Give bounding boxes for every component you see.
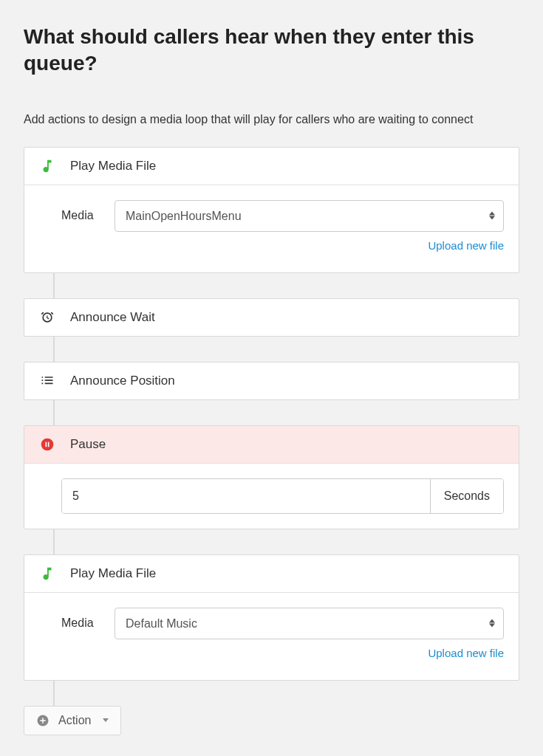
- action-header[interactable]: Announce Wait: [24, 299, 519, 336]
- media-label: Media: [61, 608, 98, 630]
- chevron-down-icon: [103, 718, 109, 722]
- connector-line: [53, 529, 55, 554]
- music-note-icon: [39, 158, 55, 174]
- media-label: Media: [61, 200, 98, 222]
- action-card-play-media: Play Media File Media Default Music Uplo…: [24, 554, 519, 681]
- action-card-play-media: Play Media File Media MainOpenHoursMenu …: [24, 147, 519, 273]
- media-select[interactable]: Default Music: [115, 608, 504, 639]
- action-title: Announce Wait: [70, 310, 155, 325]
- add-action-button[interactable]: Action: [24, 706, 121, 735]
- upload-new-file-link[interactable]: Upload new file: [115, 239, 504, 252]
- action-list: Play Media File Media MainOpenHoursMenu …: [24, 147, 519, 735]
- action-title: Play Media File: [70, 159, 156, 173]
- pause-duration-input[interactable]: [62, 479, 430, 513]
- media-select[interactable]: MainOpenHoursMenu: [115, 200, 504, 232]
- connector-line: [53, 400, 55, 425]
- action-header[interactable]: Play Media File: [24, 148, 519, 185]
- add-action-label: Action: [58, 714, 91, 727]
- plus-circle-icon: [36, 714, 49, 727]
- action-card-announce-wait: Announce Wait: [24, 298, 519, 337]
- action-body: Media Default Music Upload new file: [24, 592, 519, 680]
- connector-line: [53, 337, 55, 362]
- pause-unit-label: Seconds: [430, 479, 503, 513]
- action-header[interactable]: Announce Position: [24, 362, 519, 399]
- action-header[interactable]: Play Media File: [24, 555, 519, 592]
- pause-icon: [39, 436, 55, 453]
- svg-rect-2: [48, 441, 49, 447]
- svg-point-0: [41, 438, 54, 450]
- alarm-clock-icon: [39, 309, 55, 326]
- action-body: Seconds: [24, 463, 519, 529]
- page-title: What should callers hear when they enter…: [24, 24, 519, 78]
- action-title: Announce Position: [70, 374, 175, 388]
- upload-new-file-link[interactable]: Upload new file: [115, 647, 504, 659]
- page-subtitle: Add actions to design a media loop that …: [24, 113, 519, 126]
- action-card-announce-position: Announce Position: [24, 362, 519, 400]
- connector-line: [53, 273, 55, 298]
- action-card-pause: Pause Seconds: [24, 425, 519, 529]
- music-note-icon: [39, 566, 55, 582]
- action-title: Play Media File: [70, 566, 156, 581]
- connector-line: [53, 681, 55, 706]
- action-header[interactable]: Pause: [24, 426, 519, 463]
- svg-rect-1: [46, 441, 47, 447]
- ordered-list-icon: [39, 373, 55, 389]
- action-body: Media MainOpenHoursMenu Upload new file: [24, 185, 519, 272]
- action-title: Pause: [70, 437, 106, 452]
